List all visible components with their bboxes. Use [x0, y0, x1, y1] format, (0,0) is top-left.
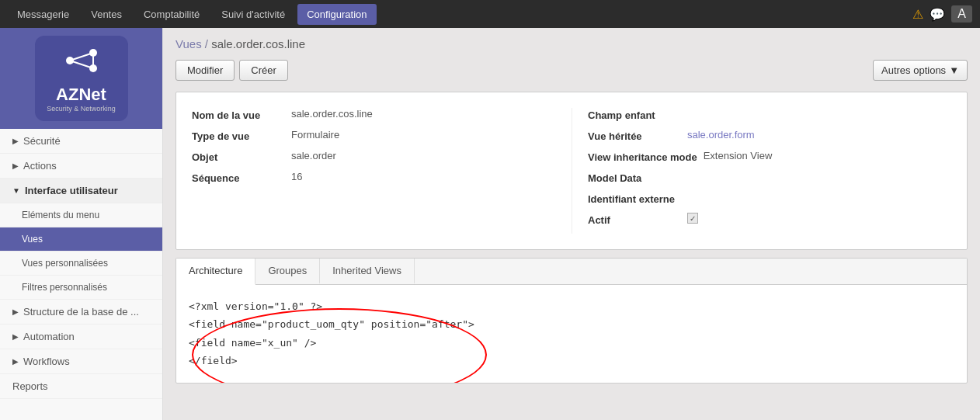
- tab-groupes[interactable]: Groupes: [255, 259, 320, 284]
- arrow-icon: ▼: [12, 186, 20, 195]
- label-sequence: Séquence: [192, 171, 285, 184]
- form-row-sequence: Séquence 16: [192, 171, 556, 184]
- form-grid: Nom de la vue sale.order.cos.line Type d…: [192, 108, 951, 234]
- form-row-objet: Objet sale.order: [192, 150, 556, 163]
- sidebar-item-automation[interactable]: ▶ Automation: [0, 325, 162, 349]
- form-row-identifiant: Identifiant externe: [588, 192, 936, 205]
- value-sequence: 16: [291, 171, 302, 182]
- sidebar-label: Vues personnalisées: [22, 258, 108, 269]
- form-row-inheritance: View inheritance mode Extension View: [588, 150, 936, 163]
- form-row-actif: Actif ✓: [588, 213, 936, 226]
- code-line-2: <field name="product_uom_qty" position="…: [189, 315, 954, 333]
- sidebar: AZNet Security & Networking ▶ Sécurité ▶…: [0, 28, 163, 420]
- label-identifiant: Identifiant externe: [588, 192, 681, 205]
- content-area: Vues / sale.order.cos.line Modifier Crée…: [163, 28, 980, 420]
- top-navigation: Messagerie Ventes Comptabilité Suivi d'a…: [0, 0, 980, 28]
- nav-configuration[interactable]: Configuration: [297, 4, 376, 25]
- toolbar: Modifier Créer Autres options ▼: [175, 60, 968, 81]
- sidebar-item-elements[interactable]: Eléments du menu: [0, 203, 162, 227]
- breadcrumb-separator: /: [205, 37, 211, 50]
- sidebar-label: Structure de la base de ...: [23, 306, 139, 318]
- code-line-1: <?xml version="1.0" ?>: [189, 297, 954, 315]
- modifier-button[interactable]: Modifier: [175, 60, 235, 81]
- arrow-icon: ▶: [12, 161, 19, 170]
- top-nav-right: ⚠ 💬 A: [912, 5, 972, 23]
- nav-suivi[interactable]: Suivi d'activité: [212, 4, 294, 25]
- label-inheritance: View inheritance mode: [588, 150, 697, 163]
- svg-line-4: [70, 61, 93, 68]
- sidebar-item-vues-perso[interactable]: Vues personnalisées: [0, 252, 162, 276]
- label-vue-heritee: Vue héritée: [588, 129, 681, 142]
- sidebar-item-workflows[interactable]: ▶ Workflows: [0, 349, 162, 374]
- form-row-nom: Nom de la vue sale.order.cos.line: [192, 108, 556, 121]
- form-section-left: Nom de la vue sale.order.cos.line Type d…: [192, 108, 572, 234]
- sidebar-label: Reports: [12, 380, 48, 392]
- sidebar-label: Interface utilisateur: [25, 185, 118, 196]
- arrow-icon: ▶: [12, 332, 19, 341]
- arrow-icon: ▶: [12, 307, 19, 316]
- sidebar-label: Automation: [23, 331, 75, 342]
- logo-text-main: AZNet: [56, 85, 106, 105]
- form-card: Nom de la vue sale.order.cos.line Type d…: [175, 92, 968, 250]
- value-inheritance: Extension View: [704, 150, 773, 161]
- tab-architecture[interactable]: Architecture: [176, 259, 255, 285]
- value-vue-heritee[interactable]: sale.order.form: [687, 129, 755, 141]
- warning-icon[interactable]: ⚠: [912, 7, 923, 22]
- label-actif: Actif: [588, 213, 681, 226]
- breadcrumb: Vues / sale.order.cos.line: [175, 37, 968, 50]
- breadcrumb-current: sale.order.cos.line: [211, 37, 305, 50]
- sidebar-item-filtres[interactable]: Filtres personnalisés: [0, 276, 162, 300]
- tabs-header: Architecture Groupes Inherited Views: [176, 259, 967, 285]
- nav-messagerie[interactable]: Messagerie: [8, 4, 78, 25]
- breadcrumb-parent[interactable]: Vues: [175, 37, 202, 50]
- tab-inherited-views[interactable]: Inherited Views: [320, 259, 415, 284]
- sidebar-label: Vues: [22, 234, 43, 245]
- main-layout: AZNet Security & Networking ▶ Sécurité ▶…: [0, 28, 980, 420]
- svg-line-3: [70, 53, 93, 61]
- tabs-container: Architecture Groupes Inherited Views <?x…: [175, 258, 968, 384]
- sidebar-item-actions[interactable]: ▶ Actions: [0, 154, 162, 179]
- sidebar-label: Eléments du menu: [22, 210, 99, 220]
- checkbox-actif[interactable]: ✓: [687, 213, 698, 224]
- nav-comptabilite[interactable]: Comptabilité: [134, 4, 209, 25]
- logo-text-sub: Security & Networking: [47, 105, 116, 113]
- sidebar-item-structure[interactable]: ▶ Structure de la base de ...: [0, 300, 162, 325]
- creer-button[interactable]: Créer: [239, 60, 288, 81]
- form-row-champ: Champ enfant: [588, 108, 936, 121]
- code-line-4: </field>: [189, 352, 954, 370]
- dropdown-arrow-icon: ▼: [949, 64, 959, 76]
- label-nom: Nom de la vue: [192, 108, 285, 121]
- form-section-right: Champ enfant Vue héritée sale.order.form…: [572, 108, 951, 234]
- sidebar-item-reports[interactable]: Reports: [0, 374, 162, 399]
- user-avatar[interactable]: A: [951, 5, 972, 23]
- label-champ: Champ enfant: [588, 108, 681, 121]
- sidebar-label: Filtres personnalisés: [22, 282, 107, 293]
- chat-icon[interactable]: 💬: [930, 7, 945, 22]
- sidebar-item-vues[interactable]: Vues: [0, 227, 162, 252]
- value-type: Formulaire: [291, 129, 339, 141]
- logo-icon: [62, 45, 101, 82]
- tabs-body: <?xml version="1.0" ?> <field name="prod…: [176, 285, 967, 383]
- sidebar-label: Sécurité: [23, 135, 61, 147]
- sidebar-item-securite[interactable]: ▶ Sécurité: [0, 129, 162, 154]
- label-type: Type de vue: [192, 129, 285, 142]
- sidebar-label: Actions: [23, 160, 57, 172]
- label-model: Model Data: [588, 171, 681, 184]
- autres-options-label: Autres options: [881, 64, 946, 76]
- nav-ventes[interactable]: Ventes: [82, 4, 131, 25]
- arrow-icon: ▶: [12, 357, 19, 366]
- code-line-3: <field name="x_un" />: [189, 334, 954, 352]
- sidebar-logo: AZNet Security & Networking: [0, 28, 162, 129]
- sidebar-item-interface[interactable]: ▼ Interface utilisateur: [0, 179, 162, 203]
- form-row-type: Type de vue Formulaire: [192, 129, 556, 142]
- form-row-vue-heritee: Vue héritée sale.order.form: [588, 129, 936, 142]
- value-objet: sale.order: [291, 150, 336, 161]
- arrow-icon: ▶: [12, 137, 19, 145]
- value-nom: sale.order.cos.line: [291, 108, 373, 120]
- autres-options-button[interactable]: Autres options ▼: [873, 60, 968, 81]
- label-objet: Objet: [192, 150, 285, 163]
- form-row-model: Model Data: [588, 171, 936, 184]
- sidebar-label: Workflows: [23, 356, 70, 367]
- logo-container: AZNet Security & Networking: [35, 36, 128, 121]
